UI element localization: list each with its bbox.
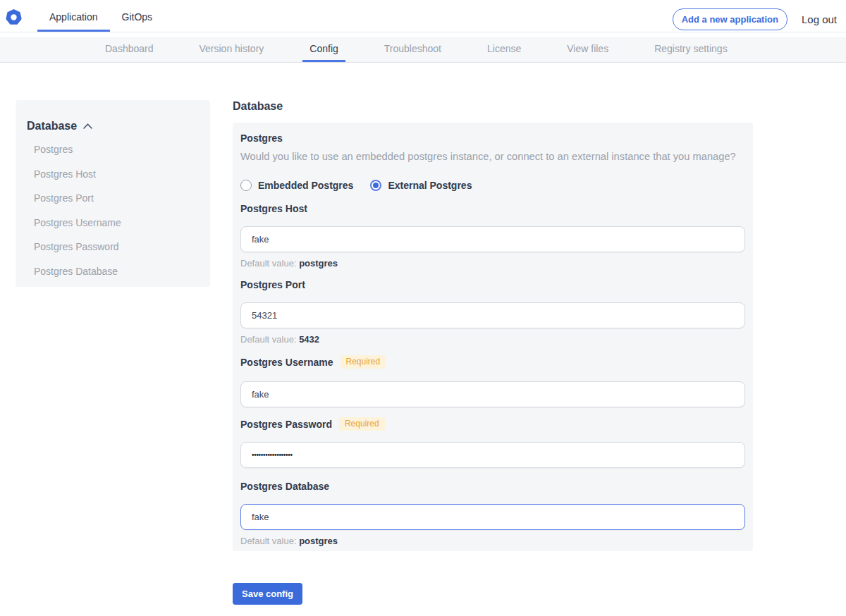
top-tabs: Application GitOps xyxy=(37,0,164,32)
top-navbar: Application GitOps Add a new application… xyxy=(0,0,846,32)
default-label: Default value: xyxy=(240,536,297,546)
postgres-username-label-text: Postgres Username xyxy=(240,357,333,367)
app-subnav: Dashboard Version history Config Trouble… xyxy=(0,37,846,63)
postgres-database-input[interactable] xyxy=(240,504,745,530)
tab-application-label: Application xyxy=(49,11,98,23)
subnav-tab-version-history-label: Version history xyxy=(200,43,264,54)
logout-link[interactable]: Log out xyxy=(802,13,837,25)
required-badge: Required xyxy=(341,355,386,369)
postgres-database-default: Default value: postgres xyxy=(240,536,745,546)
postgres-password-label-text: Postgres Password xyxy=(240,419,332,429)
sidebar-item-postgres-password[interactable]: Postgres Password xyxy=(27,235,199,259)
postgres-password-label: Postgres PasswordRequired xyxy=(240,417,745,431)
postgres-password-input[interactable] xyxy=(240,442,745,468)
postgres-host-default: Default value: postgres xyxy=(240,259,745,268)
radio-external-postgres-icon[interactable] xyxy=(370,180,381,191)
chevron-up-icon xyxy=(83,123,92,129)
add-new-application-button[interactable]: Add a new application xyxy=(673,8,787,30)
topnav-right: Add a new application Log out xyxy=(673,0,846,32)
postgres-radio-group: Embedded Postgres External Postgres xyxy=(240,179,745,191)
sidebar-item-postgres-port[interactable]: Postgres Port xyxy=(27,186,199,211)
radio-external-postgres-label: External Postgres xyxy=(388,180,472,191)
subnav-tab-config[interactable]: Config xyxy=(302,37,345,62)
config-sidebar: Database Postgres Postgres Host Postgres… xyxy=(16,100,210,287)
subnav-tab-view-files-label: View files xyxy=(567,43,608,54)
tab-application[interactable]: Application xyxy=(37,0,110,32)
radio-embedded-postgres-icon[interactable] xyxy=(240,180,252,191)
sidebar-item-postgres-username[interactable]: Postgres Username xyxy=(27,211,199,235)
subnav-tab-registry-settings[interactable]: Registry settings xyxy=(647,37,734,62)
group-name: Postgres xyxy=(240,133,745,143)
subnav-tab-registry-settings-label: Registry settings xyxy=(654,43,727,54)
subnav-tab-license-label: License xyxy=(487,43,521,54)
postgres-username-label: Postgres UsernameRequired xyxy=(240,355,745,369)
postgres-port-label: Postgres Port xyxy=(240,280,745,290)
postgres-database-label: Postgres Database xyxy=(240,481,745,491)
default-value: 5432 xyxy=(299,334,319,345)
subnav-tab-dashboard-label: Dashboard xyxy=(105,43,154,54)
postgres-host-label-text: Postgres Host xyxy=(240,204,307,214)
sidebar-group-database[interactable]: Database xyxy=(27,120,199,133)
default-label: Default value: xyxy=(240,334,297,345)
default-value: postgres xyxy=(299,536,338,546)
save-config-button[interactable]: Save config xyxy=(233,583,302,605)
tab-gitops[interactable]: GitOps xyxy=(110,0,165,32)
postgres-port-default: Default value: 5432 xyxy=(240,335,745,344)
postgres-host-label: Postgres Host xyxy=(240,204,745,214)
config-layout: Database Postgres Postgres Host Postgres… xyxy=(0,100,846,605)
section-title: Database xyxy=(233,100,753,113)
required-badge: Required xyxy=(339,417,385,431)
subnav-tab-troubleshoot[interactable]: Troubleshoot xyxy=(377,37,448,62)
subnav-tab-license[interactable]: License xyxy=(480,37,528,62)
postgres-username-input[interactable] xyxy=(240,381,745,407)
postgres-host-input[interactable] xyxy=(240,226,745,252)
sidebar-item-postgres[interactable]: Postgres xyxy=(27,137,199,162)
subnav-tab-config-label: Config xyxy=(309,43,338,54)
default-label: Default value: xyxy=(240,258,297,269)
group-help-text: Would you like to use an embedded postgr… xyxy=(240,152,745,162)
postgres-database-label-text: Postgres Database xyxy=(240,481,329,491)
radio-embedded-postgres[interactable]: Embedded Postgres xyxy=(240,180,353,191)
postgres-port-input[interactable] xyxy=(240,302,745,328)
postgres-port-label-text: Postgres Port xyxy=(240,280,305,290)
sidebar-item-postgres-database[interactable]: Postgres Database xyxy=(27,259,199,284)
radio-embedded-postgres-label: Embedded Postgres xyxy=(258,180,353,191)
sidebar-item-postgres-host[interactable]: Postgres Host xyxy=(27,162,199,187)
radio-external-postgres[interactable]: External Postgres xyxy=(370,180,472,191)
subnav-tab-troubleshoot-label: Troubleshoot xyxy=(384,43,441,54)
app-logo-icon[interactable] xyxy=(6,9,22,25)
default-value: postgres xyxy=(299,258,338,269)
tab-gitops-label: GitOps xyxy=(122,11,153,23)
sidebar-group-database-label: Database xyxy=(27,120,77,133)
sidebar-items: Postgres Postgres Host Postgres Port Pos… xyxy=(27,137,199,283)
config-main: Database Postgres Would you like to use … xyxy=(233,100,753,605)
subnav-tab-dashboard[interactable]: Dashboard xyxy=(98,37,161,62)
subnav-tab-view-files[interactable]: View files xyxy=(560,37,615,62)
config-group-panel: Postgres Would you like to use an embedd… xyxy=(233,123,753,551)
subnav-tab-version-history[interactable]: Version history xyxy=(192,37,271,62)
